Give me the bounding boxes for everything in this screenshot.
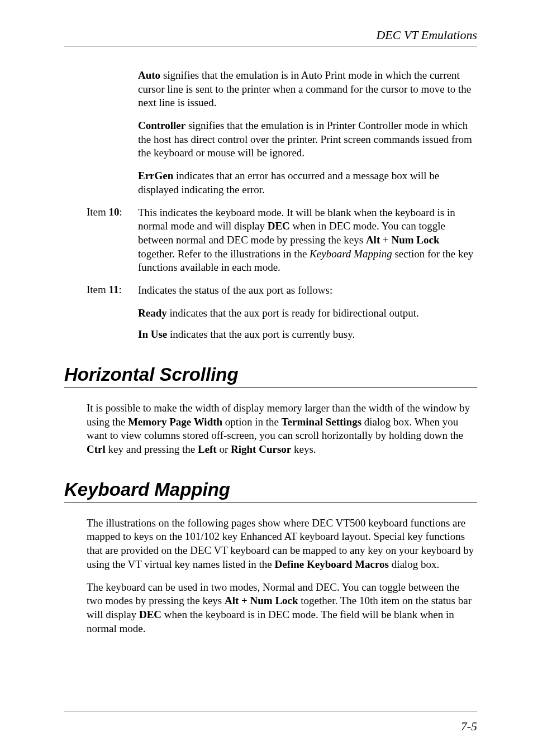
s2p2-b2: Num Lock [250, 595, 298, 606]
footer-rule [64, 711, 477, 711]
text-controller: signifies that the emulation is in Print… [138, 119, 472, 159]
s1-t5: or [217, 443, 231, 455]
item-11-label: Item 11: [64, 284, 138, 298]
s2p1-b1: Define Keyboard Macros [275, 558, 389, 570]
section-2-heading: Keyboard Mapping [64, 479, 477, 500]
bold-controller: Controller [138, 119, 185, 131]
page-header: DEC VT Emulations [64, 28, 477, 42]
item-10-row: Item 10: This indicates the keyboard mod… [64, 206, 477, 275]
s1-b5: Right Cursor [231, 443, 291, 455]
section-1-heading: Horizontal Scrolling [64, 364, 477, 385]
item-10-b3: Num Lock [391, 234, 439, 246]
item-11-row: Item 11: Indicates the status of the aux… [64, 284, 477, 298]
section-1-para: It is possible to make the width of disp… [87, 401, 477, 457]
header-title: DEC VT Emulations [376, 28, 477, 42]
s2p2-b3: DEC [139, 609, 161, 620]
item-10-b1: DEC [268, 220, 290, 232]
item-10-num: 10 [109, 206, 120, 218]
bold-errgen: ErrGen [138, 170, 173, 181]
item-10-label: Item 10: [64, 206, 138, 275]
s2p2-b1: Alt [225, 595, 239, 606]
text-errgen: indicates that an error has occurred and… [138, 170, 439, 195]
s1-b2: Terminal Settings [282, 416, 361, 428]
s1-b1: Memory Page Width [128, 416, 222, 428]
item-10-i1: Keyboard Mapping [310, 248, 392, 260]
header-rule [64, 46, 477, 46]
page-number: 7-5 [461, 719, 477, 734]
top-para-1: Auto signifies that the emulation is in … [138, 69, 477, 110]
item-11-sub1-bold: Ready [138, 307, 167, 319]
top-para-2: Controller signifies that the emulation … [138, 119, 477, 160]
s1-t2: option in the [222, 416, 282, 428]
top-para-3: ErrGen indicates that an error has occur… [138, 169, 477, 197]
item-11-t1: Indicates the status of the aux port as … [138, 284, 332, 296]
item-11-sub1-text: indicates that the aux port is ready for… [167, 307, 419, 319]
item-10-b2: Alt [366, 234, 380, 246]
section-2-para1: The illustrations on the following pages… [87, 516, 477, 572]
item-11-sub2-bold: In Use [138, 328, 167, 340]
s1-t4: key and pressing the [106, 443, 198, 455]
item-11-sub2-text: indicates that the aux port is currently… [167, 328, 355, 340]
bold-auto: Auto [138, 69, 160, 81]
s2p1-t2: dialog box. [389, 558, 439, 570]
section-2-para2: The keyboard can be used in two modes, N… [87, 581, 477, 636]
item-10-t3: + [380, 234, 391, 246]
item-11-suffix: : [119, 284, 122, 295]
text-auto: signifies that the emulation is in Auto … [138, 69, 471, 108]
item-10-suffix: : [120, 206, 122, 218]
item-11-sub2: In Use indicates that the aux port is cu… [138, 328, 477, 342]
item-10-content: This indicates the keyboard mode. It wil… [138, 206, 477, 275]
item-10-prefix: Item [87, 206, 109, 218]
s1-b3: Ctrl [87, 443, 106, 455]
item-11-sub1: Ready indicates that the aux port is rea… [138, 307, 477, 320]
item-11-prefix: Item [87, 284, 109, 295]
item-11-num: 11 [109, 284, 119, 295]
s1-t6: keys. [291, 443, 316, 455]
section-1-rule [64, 387, 477, 388]
s1-b4: Left [198, 443, 217, 455]
item-11-content: Indicates the status of the aux port as … [138, 284, 477, 298]
section-2-rule [64, 503, 477, 503]
s2p2-t2: + [239, 595, 250, 606]
item-10-t4: together. Refer to the illustrations in … [138, 248, 310, 260]
